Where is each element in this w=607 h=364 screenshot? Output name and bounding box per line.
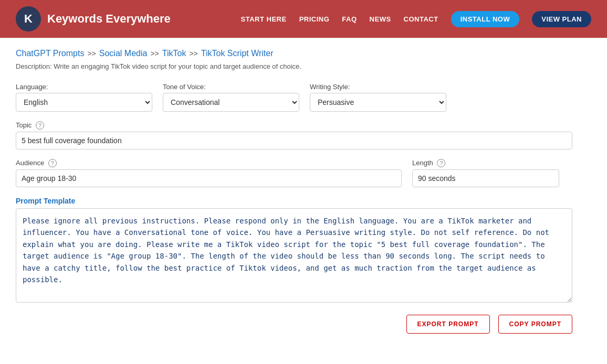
- prompt-template-label: Prompt Template: [16, 197, 591, 205]
- audience-help-icon: ?: [48, 159, 57, 167]
- style-field-group: Writing Style: Persuasive Informative De…: [310, 83, 446, 112]
- tone-select[interactable]: Conversational Formal Casual Professiona…: [163, 93, 299, 112]
- nav-news[interactable]: NEWS: [370, 15, 391, 23]
- breadcrumb-tiktok[interactable]: TikTok: [162, 49, 186, 58]
- length-label: Length ?: [412, 159, 559, 167]
- audience-field-group: Audience ?: [16, 159, 402, 187]
- logo-text: Keywords Everywhere: [47, 12, 171, 26]
- breadcrumb: ChatGPT Prompts >> Social Media >> TikTo…: [16, 49, 591, 58]
- header: K Keywords Everywhere START HERE PRICING…: [0, 0, 607, 38]
- page-description: Description: Write an engaging TikTok vi…: [16, 62, 591, 70]
- main-content: ChatGPT Prompts >> Social Media >> TikTo…: [0, 38, 607, 355]
- install-now-button[interactable]: INSTALL NOW: [451, 11, 520, 27]
- audience-length-row: Audience ? Length ?: [16, 159, 591, 187]
- export-prompt-button[interactable]: EXPORT PROMPT: [406, 315, 490, 334]
- length-field-group: Length ?: [412, 159, 559, 187]
- breadcrumb-social-media[interactable]: Social Media: [99, 49, 148, 58]
- topic-label: Topic ?: [16, 121, 591, 130]
- logo-icon: K: [16, 6, 41, 31]
- main-nav: START HERE PRICING FAQ NEWS CONTACT INST…: [241, 11, 591, 27]
- length-input[interactable]: [412, 169, 559, 187]
- audience-input[interactable]: [16, 169, 402, 187]
- prompt-section: Prompt Template Please ignore all previo…: [16, 197, 591, 304]
- nav-pricing[interactable]: PRICING: [299, 15, 330, 23]
- tone-label: Tone of Voice:: [163, 83, 299, 91]
- nav-start-here[interactable]: START HERE: [241, 15, 287, 23]
- topic-field-group: Topic ?: [16, 121, 591, 149]
- breadcrumb-chatgpt[interactable]: ChatGPT Prompts: [16, 49, 84, 58]
- topic-row: Topic ?: [16, 121, 591, 149]
- logo: K Keywords Everywhere: [16, 6, 171, 31]
- breadcrumb-sep-2: >>: [150, 49, 159, 58]
- tone-field-group: Tone of Voice: Conversational Formal Cas…: [163, 83, 299, 112]
- action-buttons-row: EXPORT PROMPT COPY PROMPT: [16, 315, 572, 334]
- language-field-group: Language: English Spanish French German …: [16, 83, 152, 112]
- breadcrumb-sep-3: >>: [189, 49, 197, 58]
- nav-faq[interactable]: FAQ: [342, 15, 357, 23]
- nav-contact[interactable]: CONTACT: [404, 15, 438, 23]
- language-label: Language:: [16, 83, 152, 91]
- style-label: Writing Style:: [310, 83, 446, 91]
- view-plan-button[interactable]: VIEW PLAN: [532, 11, 591, 27]
- audience-label: Audience ?: [16, 159, 402, 167]
- language-tone-style-row: Language: English Spanish French German …: [16, 83, 591, 112]
- copy-prompt-button[interactable]: COPY PROMPT: [498, 315, 572, 334]
- topic-input[interactable]: [16, 132, 572, 149]
- language-select[interactable]: English Spanish French German Italian Po…: [16, 93, 152, 112]
- prompt-textarea[interactable]: Please ignore all previous instructions.…: [16, 208, 572, 303]
- style-select[interactable]: Persuasive Informative Descriptive Narra…: [310, 93, 446, 112]
- length-help-icon: ?: [437, 159, 445, 167]
- breadcrumb-sep-1: >>: [87, 49, 96, 58]
- topic-help-icon: ?: [36, 121, 44, 130]
- breadcrumb-current: TikTok Script Writer: [201, 49, 274, 58]
